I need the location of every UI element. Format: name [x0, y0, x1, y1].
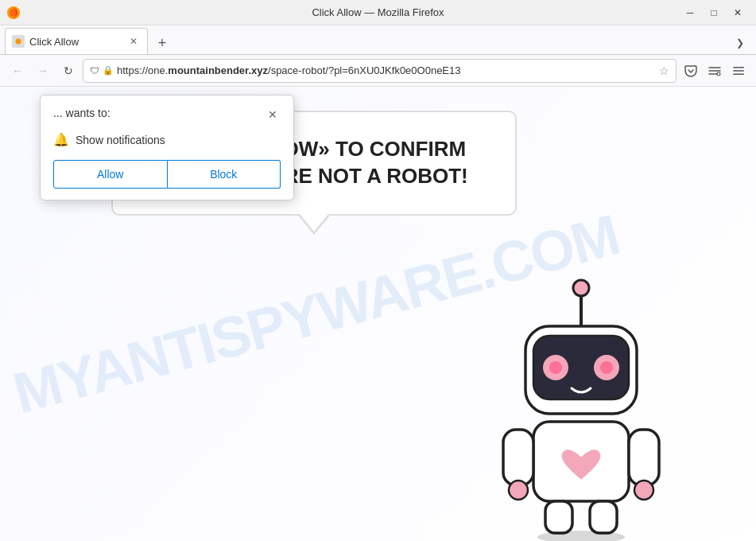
- close-button[interactable]: ✕: [726, 0, 750, 25]
- firefox-icon: [6, 6, 21, 20]
- svg-rect-5: [733, 67, 744, 68]
- svg-rect-6: [733, 70, 744, 72]
- title-bar: Click Allow — Mozilla Firefox ─ □ ✕: [0, 0, 756, 25]
- svg-rect-22: [590, 501, 617, 533]
- active-tab[interactable]: Click Allow ✕: [5, 28, 148, 54]
- extensions-button[interactable]: [704, 60, 726, 82]
- shield-icon: 🛡: [90, 65, 99, 76]
- minimize-button[interactable]: ─: [678, 0, 702, 25]
- forward-button[interactable]: →: [32, 60, 54, 82]
- bookmark-star-icon[interactable]: ☆: [659, 64, 669, 77]
- new-tab-button[interactable]: +: [151, 32, 173, 54]
- notification-popup: ... wants to: ✕ 🔔 Show notifications All…: [40, 95, 294, 200]
- tab-close-button[interactable]: ✕: [126, 34, 141, 49]
- tab-bar-right: ❯: [729, 32, 751, 54]
- block-button[interactable]: Block: [168, 160, 281, 189]
- svg-point-4: [717, 72, 720, 76]
- url-bar[interactable]: 🛡 🔒 https://one.mountainbender.xyz/space…: [83, 59, 677, 83]
- bell-icon: 🔔: [53, 132, 69, 147]
- robot-illustration: [454, 270, 708, 541]
- svg-point-13: [549, 361, 562, 374]
- popup-wants-to-text: ... wants to:: [53, 107, 110, 119]
- menu-button[interactable]: [727, 60, 750, 82]
- svg-rect-18: [629, 430, 659, 485]
- url-text: https://one.mountainbender.xyz/space-rob…: [117, 64, 656, 76]
- address-bar: ← → ↻ 🛡 🔒 https://one.mountainbender.xyz…: [0, 55, 756, 87]
- pocket-button[interactable]: [680, 60, 702, 82]
- popup-notification-row: 🔔 Show notifications: [53, 132, 281, 147]
- svg-point-20: [634, 481, 653, 500]
- svg-rect-17: [503, 430, 533, 485]
- tab-favicon: [12, 35, 25, 48]
- content-area: MYANTISPYWARE.COM CLICK «ALLOW» TO CONFI…: [0, 87, 756, 541]
- title-bar-controls: ─ □ ✕: [678, 0, 750, 25]
- svg-point-19: [509, 481, 528, 500]
- svg-point-3: [16, 39, 21, 45]
- tab-label: Click Allow: [29, 36, 122, 48]
- popup-header: ... wants to: ✕: [53, 107, 281, 123]
- lock-icon: 🔒: [103, 65, 114, 76]
- tab-bar: Click Allow ✕ + ❯: [0, 25, 756, 55]
- tab-list-chevron[interactable]: ❯: [729, 32, 751, 54]
- title-bar-left: [6, 6, 21, 20]
- window-title: Click Allow — Mozilla Firefox: [312, 6, 444, 18]
- back-button[interactable]: ←: [6, 60, 29, 82]
- popup-buttons: Allow Block: [53, 160, 281, 189]
- svg-point-15: [600, 361, 613, 374]
- maximize-button[interactable]: □: [702, 0, 726, 25]
- svg-rect-7: [733, 73, 744, 75]
- svg-point-9: [573, 280, 589, 296]
- notification-label: Show notifications: [76, 134, 165, 146]
- address-bar-right: [680, 60, 750, 82]
- svg-rect-21: [545, 501, 572, 533]
- allow-button[interactable]: Allow: [53, 160, 168, 189]
- popup-close-button[interactable]: ✕: [265, 107, 281, 123]
- refresh-button[interactable]: ↻: [57, 60, 79, 82]
